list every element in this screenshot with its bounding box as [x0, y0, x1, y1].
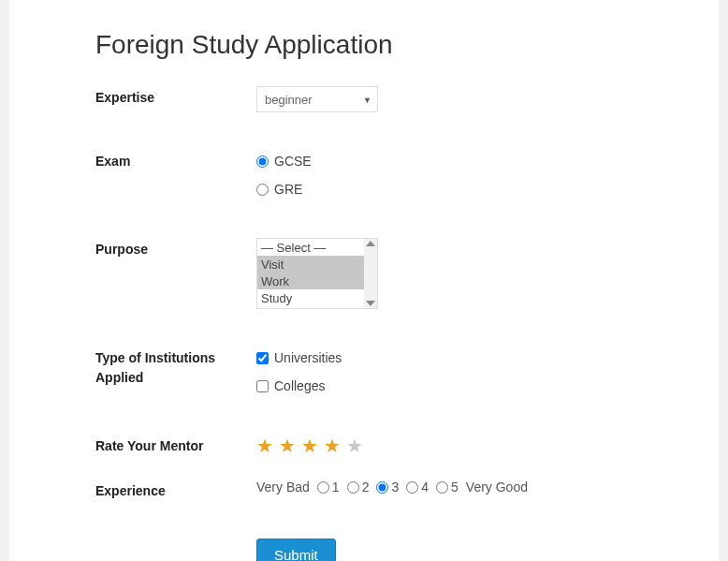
exam-option-gre[interactable]: GRE: [256, 178, 719, 200]
institutions-label: Type of Institutions Applied: [95, 347, 256, 388]
purpose-field: — Select — Visit Work Study: [256, 238, 719, 309]
institution-option-universities[interactable]: Universities: [256, 347, 719, 369]
row-expertise: Expertise beginner ▼: [95, 86, 719, 112]
row-submit: Submit: [95, 539, 719, 561]
purpose-option-select[interactable]: — Select —: [257, 239, 377, 256]
institution-option-label: Colleges: [274, 378, 325, 393]
purpose-listbox[interactable]: — Select — Visit Work Study: [256, 238, 378, 309]
exam-option-label: GRE: [274, 182, 302, 197]
expertise-select[interactable]: beginner ▼: [256, 86, 378, 112]
experience-option[interactable]: 5: [436, 480, 459, 495]
expertise-label: Expertise: [95, 86, 256, 108]
experience-option[interactable]: 4: [406, 480, 429, 495]
expertise-field: beginner ▼: [256, 86, 719, 112]
institution-option-label: Universities: [274, 350, 342, 365]
institutions-field: Universities Colleges: [256, 347, 719, 397]
experience-option[interactable]: 3: [376, 480, 399, 495]
row-purpose: Purpose — Select — Visit Work Study: [95, 238, 719, 309]
exam-option-label: GCSE: [274, 154, 312, 169]
star-icon[interactable]: ★: [301, 435, 318, 457]
exam-radio-gre[interactable]: [256, 184, 269, 196]
experience-radio-5[interactable]: [436, 481, 448, 494]
row-exam: Exam GCSE GRE: [95, 150, 719, 200]
experience-option-label: 5: [451, 480, 459, 495]
purpose-option-study[interactable]: Study: [257, 289, 377, 306]
experience-radio-4[interactable]: [406, 481, 418, 494]
experience-radio-1[interactable]: [317, 481, 329, 494]
experience-leading: Very Bad: [256, 480, 310, 495]
experience-trailing: Very Good: [466, 480, 528, 495]
spacer: [95, 539, 256, 540]
experience-radio-2[interactable]: [347, 481, 359, 494]
exam-radio-gcse[interactable]: [256, 155, 269, 168]
exam-label: Exam: [95, 150, 256, 171]
institution-option-colleges[interactable]: Colleges: [256, 375, 719, 397]
purpose-option-visit[interactable]: Visit: [257, 256, 377, 273]
expertise-value: beginner: [265, 93, 313, 107]
institution-checkbox-universities[interactable]: [256, 352, 269, 364]
experience-radio-3[interactable]: [376, 481, 388, 494]
row-experience: Experience Very Bad 1 2 3 4 5 Very Good: [95, 480, 719, 501]
page-title: Foreign Study Application: [95, 30, 719, 60]
submit-button[interactable]: Submit: [256, 539, 336, 561]
exam-field: GCSE GRE: [256, 150, 719, 200]
mentor-field: ★ ★ ★ ★ ★: [256, 435, 719, 457]
experience-option-label: 3: [391, 480, 399, 495]
form-page: Foreign Study Application Expertise begi…: [9, 0, 719, 561]
row-mentor: Rate Your Mentor ★ ★ ★ ★ ★: [95, 435, 719, 457]
star-icon[interactable]: ★: [279, 435, 296, 457]
purpose-option-work[interactable]: Work: [257, 273, 377, 289]
experience-option-label: 2: [362, 480, 370, 495]
mentor-label: Rate Your Mentor: [95, 435, 256, 456]
purpose-scrollbar[interactable]: [364, 239, 377, 308]
experience-option[interactable]: 1: [317, 480, 340, 495]
institution-checkbox-colleges[interactable]: [256, 380, 269, 392]
experience-option-label: 4: [421, 480, 429, 495]
purpose-label: Purpose: [95, 238, 256, 259]
mentor-stars[interactable]: ★ ★ ★ ★ ★: [256, 435, 719, 457]
scroll-up-icon: [366, 241, 375, 246]
submit-field: Submit: [256, 539, 719, 561]
experience-label: Experience: [95, 480, 256, 501]
experience-option-label: 1: [332, 480, 340, 495]
star-icon[interactable]: ★: [324, 435, 341, 457]
scroll-down-icon: [366, 301, 375, 306]
experience-option[interactable]: 2: [347, 480, 370, 495]
experience-field: Very Bad 1 2 3 4 5 Very Good: [256, 480, 719, 495]
exam-option-gcse[interactable]: GCSE: [256, 150, 719, 172]
star-icon[interactable]: ★: [346, 435, 363, 457]
chevron-down-icon: ▼: [363, 96, 371, 105]
star-icon[interactable]: ★: [256, 435, 273, 457]
row-institutions: Type of Institutions Applied Universitie…: [95, 347, 719, 397]
